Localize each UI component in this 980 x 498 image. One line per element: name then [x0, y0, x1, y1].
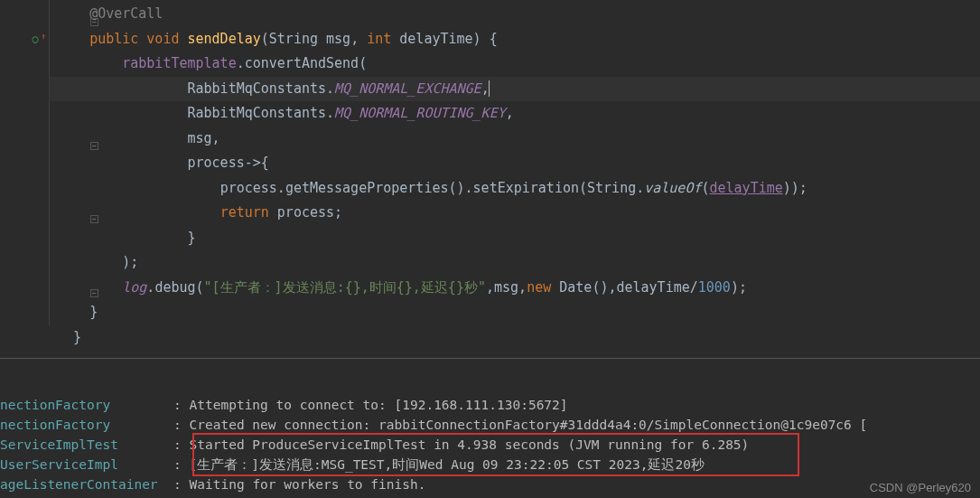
code-line-1[interactable]: public void sendDelay(String msg, int de…: [50, 27, 980, 52]
code-line-7[interactable]: process.getMessageProperties().setExpira…: [50, 176, 980, 202]
watermark: CSDN @Perley620: [870, 481, 971, 494]
editor-area: − − − − @OverCall public void sendDelay(…: [0, 0, 980, 325]
code-line-9[interactable]: }: [50, 226, 980, 251]
console-line-3[interactable]: ServiceImplTest : Started ProduceService…: [0, 435, 980, 455]
code-line-12[interactable]: }: [50, 300, 980, 325]
fold-collapse-lambda[interactable]: −: [90, 142, 98, 150]
code-line-6[interactable]: process->{: [50, 151, 980, 176]
fold-close-lambda[interactable]: −: [90, 215, 98, 223]
code-body[interactable]: − − − − @OverCall public void sendDelay(…: [50, 0, 980, 325]
console-area[interactable]: nectionFactory : Attempting to connect t…: [0, 358, 980, 498]
code-line-11[interactable]: log.debug("[生产者：]发送消息:{},时间{},延迟{}秒",msg…: [50, 276, 980, 301]
code-line-2[interactable]: rabbitTemplate.convertAndSend(: [50, 52, 980, 77]
code-line-13[interactable]: }: [50, 325, 980, 351]
caret: [489, 80, 490, 97]
console-line-2[interactable]: nectionFactory : Created new connection:…: [0, 415, 980, 435]
code-line-5[interactable]: msg,: [50, 127, 980, 152]
code-line-8[interactable]: return process;: [50, 201, 980, 226]
code-line-4[interactable]: RabbitMqConstants.MQ_NORMAL_ROUTING_KEY,: [50, 101, 980, 127]
console-line-1[interactable]: nectionFactory : Attempting to connect t…: [0, 395, 980, 415]
console-line-4[interactable]: UserServiceImpl : [生产者：]发送消息:MSG_TEST,时间…: [0, 455, 980, 475]
override-gutter-icon[interactable]: [29, 33, 42, 45]
code-line-3[interactable]: RabbitMqConstants.MQ_NORMAL_EXCHANGE,: [50, 77, 980, 102]
gutter: [0, 0, 50, 325]
fold-collapse-top[interactable]: −: [90, 18, 98, 26]
console-line-5[interactable]: ageListenerContainer : Waiting for worke…: [0, 475, 980, 494]
code-line-0[interactable]: @OverCall: [50, 2, 980, 27]
code-line-10[interactable]: );: [50, 250, 980, 276]
fold-close-method[interactable]: −: [90, 289, 98, 297]
